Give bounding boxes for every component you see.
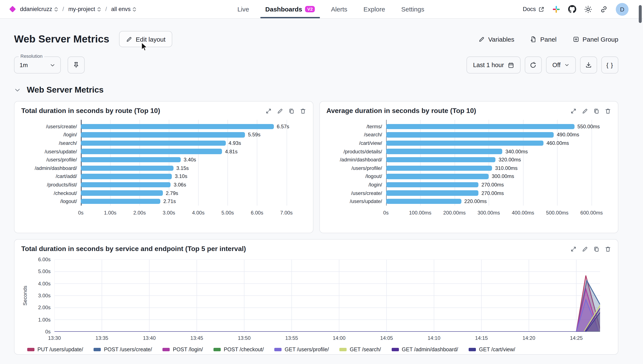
- docs-link[interactable]: Docs: [523, 6, 544, 12]
- legend-item[interactable]: GET /cart/view/: [469, 346, 515, 352]
- add-panel-group-button[interactable]: Panel Group: [573, 36, 618, 43]
- legend-item[interactable]: POST /login/: [163, 346, 203, 352]
- y-axis-ticks: 0s1.00s2.00s3.00s4.00s5.00s6.00s: [30, 260, 54, 332]
- edit-panel-icon[interactable]: [277, 108, 283, 114]
- download-button[interactable]: [580, 56, 597, 74]
- tab-dashboards[interactable]: Dashboards V2: [265, 0, 315, 18]
- bar-chart-total-duration: /users/create//login//search//users/upda…: [21, 122, 306, 216]
- bar[interactable]: [386, 140, 543, 146]
- bar[interactable]: [386, 124, 574, 129]
- series-area: [54, 276, 600, 332]
- edit-layout-button[interactable]: Edit layout: [119, 31, 172, 47]
- share-link-icon[interactable]: [600, 5, 608, 13]
- bar-row: 3.15s: [81, 164, 286, 172]
- square-plus-icon: [573, 36, 579, 42]
- bar[interactable]: [81, 190, 163, 196]
- bar-row: 3.10s: [81, 172, 286, 180]
- legend-item[interactable]: POST /users/create/: [94, 346, 152, 352]
- pin-resolution-button[interactable]: [68, 56, 85, 74]
- slack-icon[interactable]: [552, 5, 560, 13]
- org-name: ddanielcruzz: [20, 6, 52, 12]
- value-label: 5.59s: [248, 132, 261, 138]
- section-collapse-button[interactable]: [14, 86, 21, 93]
- value-label: 4.81s: [225, 148, 238, 154]
- tab-live[interactable]: Live: [238, 0, 249, 18]
- bar[interactable]: [81, 157, 181, 162]
- tab-alerts[interactable]: Alerts: [331, 0, 347, 18]
- expand-icon[interactable]: [265, 108, 272, 114]
- legend-item[interactable]: POST /checkout/: [213, 346, 264, 352]
- expand-icon[interactable]: [570, 108, 577, 114]
- expand-icon[interactable]: [570, 246, 577, 252]
- delete-panel-icon[interactable]: [605, 108, 611, 114]
- variables-button[interactable]: Variables: [478, 36, 514, 43]
- download-icon: [585, 62, 592, 68]
- value-label: 340.00ms: [505, 148, 528, 154]
- theme-toggle-sun-icon[interactable]: [584, 5, 592, 13]
- tab-explore[interactable]: Explore: [363, 0, 385, 18]
- series-line: [54, 276, 600, 332]
- legend-item[interactable]: GET /users/profile/: [275, 346, 329, 352]
- vertical-scrollbar[interactable]: [639, 5, 642, 23]
- bar[interactable]: [386, 182, 478, 187]
- bar[interactable]: [386, 157, 496, 162]
- y-tick-label: 6.00s: [38, 256, 51, 262]
- y-tick-label: 0s: [45, 329, 51, 335]
- brand-diamond-icon[interactable]: [9, 6, 16, 12]
- section-title: Web Server Metrics: [27, 85, 104, 95]
- env-selector[interactable]: all envs: [111, 6, 137, 12]
- x-tick-label: 14:25: [570, 335, 583, 341]
- series-line: [54, 312, 600, 332]
- app-window: ddanielcruzz / my-project / all envs Liv…: [0, 0, 643, 364]
- controls-row: Resolution 1m Last 1 hour Off: [14, 56, 618, 74]
- bar[interactable]: [81, 149, 222, 154]
- time-range-button[interactable]: Last 1 hour: [467, 56, 521, 74]
- tab-settings[interactable]: Settings: [401, 0, 424, 18]
- x-tick-label: 14:15: [475, 335, 488, 341]
- panel-total-duration-by-route: Total duration in seconds by route (Top …: [14, 101, 313, 233]
- add-panel-button[interactable]: Panel: [531, 36, 557, 43]
- bar[interactable]: [386, 190, 478, 196]
- bar[interactable]: [81, 174, 172, 179]
- resolution-value: 1m: [20, 62, 28, 68]
- bar[interactable]: [386, 166, 492, 171]
- bar[interactable]: [81, 140, 226, 146]
- delete-panel-icon[interactable]: [300, 108, 306, 114]
- y-axis-label: Seconds: [21, 260, 30, 332]
- bar[interactable]: [386, 174, 489, 179]
- github-icon[interactable]: [568, 5, 576, 13]
- category-label: /users/create/: [21, 122, 81, 130]
- bar[interactable]: [81, 199, 160, 204]
- duplicate-panel-icon[interactable]: [593, 108, 600, 114]
- edit-panel-icon[interactable]: [582, 246, 588, 252]
- bar[interactable]: [386, 149, 502, 154]
- category-label: /users/profile/: [326, 164, 386, 172]
- edit-panel-icon[interactable]: [582, 108, 588, 114]
- org-selector[interactable]: ddanielcruzz: [20, 6, 58, 12]
- value-label: 460.00ms: [546, 140, 569, 146]
- bar[interactable]: [386, 132, 554, 138]
- legend-item[interactable]: PUT /users/update/: [27, 346, 83, 352]
- delete-panel-icon[interactable]: [605, 246, 611, 252]
- plot-area[interactable]: [54, 260, 600, 332]
- duplicate-panel-icon[interactable]: [593, 246, 600, 252]
- duplicate-panel-icon[interactable]: [288, 108, 295, 114]
- bar[interactable]: [81, 132, 245, 138]
- project-selector[interactable]: my-project: [68, 6, 101, 12]
- json-view-button[interactable]: { }: [601, 56, 618, 74]
- x-tick-label: 4.00s: [192, 210, 204, 216]
- resolution-select[interactable]: Resolution 1m: [14, 56, 61, 74]
- bar[interactable]: [81, 182, 171, 187]
- refresh-button[interactable]: [525, 56, 542, 74]
- legend-item[interactable]: GET /admin/dashboard/: [392, 346, 458, 352]
- bar[interactable]: [81, 124, 274, 129]
- bar[interactable]: [81, 166, 173, 171]
- bar-row: 550.00ms: [386, 122, 591, 130]
- x-tick-label: 14:20: [522, 335, 535, 341]
- legend-item[interactable]: GET /search/: [340, 346, 381, 352]
- avatar[interactable]: D: [616, 3, 628, 16]
- bar[interactable]: [386, 199, 461, 204]
- plot-area: 550.00ms490.00ms460.00ms340.00ms320.00ms…: [386, 122, 611, 216]
- auto-refresh-select[interactable]: Off: [546, 56, 576, 74]
- page-title: Web Server Metrics: [14, 33, 109, 45]
